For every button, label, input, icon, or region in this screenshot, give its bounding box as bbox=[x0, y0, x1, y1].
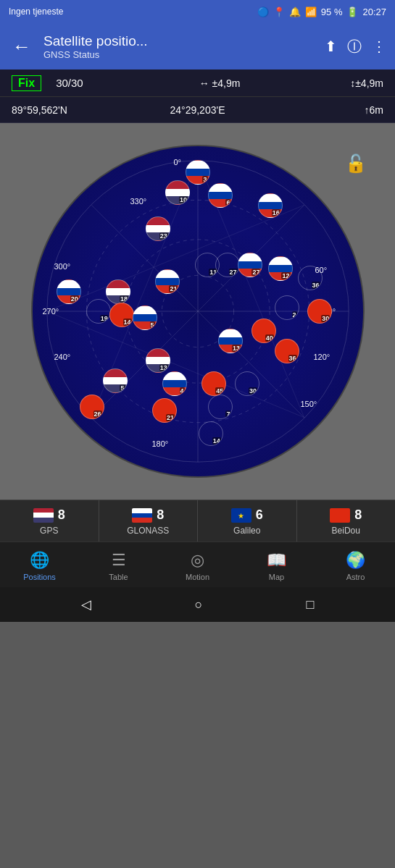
compass-300: 300° bbox=[54, 262, 71, 271]
compass-120: 120° bbox=[314, 353, 330, 361]
satellite-marker: 13 bbox=[146, 348, 170, 373]
fix-label: Fix bbox=[12, 75, 41, 91]
satellite-marker: 45 bbox=[201, 371, 226, 396]
galileo-row: ★ 6 bbox=[231, 507, 263, 523]
menu-icon[interactable]: ⋮ bbox=[372, 38, 386, 55]
compass-180: 180° bbox=[152, 439, 169, 448]
motion-label: Motion bbox=[186, 573, 209, 581]
positions-icon: 🌐 bbox=[30, 551, 49, 570]
satellite-marker: 7 bbox=[208, 395, 233, 419]
back-sys-button[interactable]: ◁ bbox=[81, 597, 91, 612]
beidou-row: 8 bbox=[330, 507, 362, 523]
beidou-label: BeiDou bbox=[332, 526, 360, 536]
sat-count-gps: 8 GPS bbox=[0, 500, 99, 542]
glonass-count: 8 bbox=[157, 507, 164, 523]
info-icon[interactable]: Ⓘ bbox=[347, 37, 362, 56]
beidou-count: 8 bbox=[354, 507, 362, 523]
share-icon[interactable]: ⬆ bbox=[325, 38, 337, 55]
battery-icon: 🔋 bbox=[346, 7, 358, 17]
nav-positions[interactable]: 🌐 Positions bbox=[0, 542, 79, 587]
back-button[interactable]: ← bbox=[9, 35, 35, 58]
galileo-label: Galileo bbox=[233, 526, 260, 536]
coords-bar: 89°59,562'N 24°29,203'E ↑6m bbox=[0, 97, 395, 123]
satellite-marker: 5 bbox=[103, 368, 128, 393]
map-label: Map bbox=[269, 573, 284, 581]
astro-label: Astro bbox=[346, 573, 365, 581]
bluetooth-icon: 🔵 bbox=[257, 7, 269, 17]
header-actions: ⬆ Ⓘ ⋮ bbox=[325, 37, 386, 56]
satellite-marker: 23 bbox=[146, 216, 170, 241]
positions-label: Positions bbox=[23, 573, 56, 581]
satellite-marker: 30 bbox=[235, 371, 259, 396]
home-sys-button[interactable]: ○ bbox=[195, 597, 203, 612]
compass-0: 0° bbox=[174, 158, 182, 167]
flag-china bbox=[330, 508, 350, 523]
sky-view-container: 0° 330° 300° 270° 240° 180° 150° 120° 90… bbox=[0, 123, 395, 500]
nav-motion[interactable]: ◎ Motion bbox=[158, 542, 237, 587]
header: ← Satellite positio... GNSS Status ⬆ Ⓘ ⋮ bbox=[0, 23, 395, 69]
sat-count-glonass: 8 GLONASS bbox=[99, 500, 199, 542]
satellite-marker: 21 bbox=[152, 398, 177, 423]
fix-count: 30/30 bbox=[56, 77, 165, 89]
nav-map[interactable]: 📖 Map bbox=[237, 542, 316, 587]
carrier-text: Ingen tjeneste bbox=[9, 7, 63, 17]
svg-line-10 bbox=[46, 205, 304, 311]
satellite-marker: 2 bbox=[275, 295, 299, 320]
status-icons: 🔵 📍 🔔 📶 95 % 🔋 20:27 bbox=[257, 7, 386, 17]
glonass-label: GLONASS bbox=[127, 526, 169, 536]
compass-270: 270° bbox=[43, 307, 59, 316]
table-label: Table bbox=[109, 573, 128, 581]
satellite-marker: 21 bbox=[155, 269, 180, 294]
status-bar: Ingen tjeneste 🔵 📍 🔔 📶 95 % 🔋 20:27 bbox=[0, 0, 395, 23]
gps-count: 8 bbox=[58, 507, 65, 523]
gps-row: 8 bbox=[33, 507, 65, 523]
fix-bar: Fix 30/30 ↔ ±4,9m ↕±4,9m bbox=[0, 69, 395, 97]
satellite-marker: 30 bbox=[307, 299, 332, 324]
page-title: Satellite positio... bbox=[43, 33, 316, 49]
bottom-nav: 🌐 Positions ☰ Table ◎ Motion 📖 Map 🌍 Ast… bbox=[0, 542, 395, 587]
gps-label: GPS bbox=[40, 526, 58, 536]
compass-330: 330° bbox=[130, 197, 147, 206]
time-text: 20:27 bbox=[362, 7, 386, 17]
satellite-marker: 40 bbox=[251, 319, 276, 343]
recent-sys-button[interactable]: □ bbox=[307, 597, 315, 612]
map-icon: 📖 bbox=[267, 551, 286, 570]
nav-astro[interactable]: 🌍 Astro bbox=[316, 542, 395, 587]
satellite-marker: 12 bbox=[268, 256, 293, 281]
galileo-count: 6 bbox=[256, 507, 263, 523]
satellite-marker: 19 bbox=[86, 299, 111, 324]
lock-icon[interactable]: 🔓 bbox=[345, 153, 367, 174]
header-title-group: Satellite positio... GNSS Status bbox=[43, 33, 316, 60]
longitude: 24°29,203'E bbox=[136, 104, 259, 116]
altitude: ↑6m bbox=[259, 104, 383, 116]
flag-usa bbox=[33, 508, 54, 523]
satellite-marker: 36 bbox=[275, 339, 299, 363]
compass-240: 240° bbox=[54, 353, 71, 361]
location-icon: 📍 bbox=[273, 7, 285, 17]
page-subtitle: GNSS Status bbox=[43, 49, 316, 60]
astro-icon: 🌍 bbox=[346, 551, 365, 570]
glonass-row: 8 bbox=[132, 507, 164, 523]
battery-text: 95 % bbox=[321, 7, 343, 17]
fix-vertical: ↕±4,9m bbox=[274, 77, 383, 89]
satellite-marker: 5 bbox=[133, 306, 157, 330]
satellite-marker: 14 bbox=[199, 421, 223, 446]
nav-table[interactable]: ☰ Table bbox=[79, 542, 158, 587]
sat-count-galileo: ★ 6 Galileo bbox=[198, 500, 297, 542]
system-nav: ◁ ○ □ bbox=[0, 587, 395, 622]
notification-icon: 🔔 bbox=[289, 7, 301, 17]
compass-150: 150° bbox=[301, 400, 317, 408]
satellite-marker: 6 bbox=[208, 183, 233, 208]
satellite-marker: 26 bbox=[80, 395, 104, 419]
satellite-marker: 27 bbox=[215, 253, 240, 277]
satellite-marker: 18 bbox=[106, 279, 130, 304]
fix-horizontal: ↔ ±4,9m bbox=[165, 77, 275, 89]
latitude: 89°59,562'N bbox=[12, 104, 136, 116]
signal-icon: 📶 bbox=[305, 7, 317, 17]
sat-count-beidou: 8 BeiDou bbox=[297, 500, 396, 542]
satellite-marker: 4 bbox=[162, 371, 187, 396]
sat-count-bar: 8 GPS 8 GLONASS ★ 6 Galileo 8 BeiDou bbox=[0, 500, 395, 542]
sky-circle: 0° 330° 300° 270° 240° 180° 150° 120° 90… bbox=[31, 145, 365, 478]
satellite-marker: 16 bbox=[258, 193, 283, 218]
satellite-marker: 3 bbox=[186, 160, 210, 185]
